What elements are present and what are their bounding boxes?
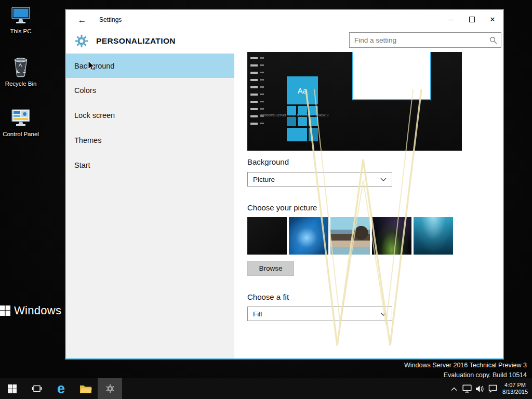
sidebar: Background Colors Lock screen Themes Sta… [66,54,234,358]
settings-taskbar-button[interactable] [98,378,122,399]
wallpaper-thumbnail-5[interactable] [414,217,453,255]
chevron-down-icon [380,178,387,181]
network-icon [462,384,472,393]
wallpaper-thumbnail-1[interactable] [247,217,287,255]
wallpaper-thumbnail-3[interactable] [330,217,370,255]
task-view-button[interactable] [24,378,49,399]
taskbar: e [0,378,532,399]
wallpaper-thumbnail-4[interactable] [372,217,411,255]
sidebar-item-start[interactable]: Start [66,153,234,178]
background-section-label: Background [247,157,289,166]
desktop-icon-label: Recycle Bin [5,81,37,87]
settings-window: ← Settings — ✕ PERSONALIZATI [65,9,504,360]
minimize-button[interactable]: — [441,10,461,29]
system-tray: 4:07 PM 8/13/2015 [447,378,532,399]
choose-fit-label: Choose a fit [247,292,289,301]
sidebar-item-label: Lock screen [74,111,115,119]
volume-icon [475,385,484,393]
edge-taskbar-button[interactable]: e [49,378,73,399]
sidebar-item-colors[interactable]: Colors [66,78,234,103]
network-tray-button[interactable] [460,378,473,399]
recycle-bin-icon [10,54,32,78]
sidebar-item-label: Colors [74,86,96,95]
search-icon[interactable] [489,36,497,44]
file-explorer-icon [79,384,92,394]
close-button[interactable]: ✕ [482,10,503,29]
action-center-button[interactable] [486,378,499,399]
action-center-icon [488,384,497,393]
sidebar-item-label: Background [74,62,114,70]
tray-chevron-button[interactable] [447,378,460,399]
preview-start-menu: Aa [287,76,318,141]
desktop-icon-label: This PC [10,28,32,34]
volume-tray-button[interactable] [473,378,486,399]
background-type-value: Picture [253,176,275,183]
background-type-dropdown[interactable]: Picture [247,172,392,187]
page-title: PERSONALIZATION [96,36,176,46]
desktop-icon-recycle-bin[interactable]: Recycle Bin [1,54,41,87]
choose-picture-label: Choose your picture [247,203,317,212]
titlebar: ← Settings — ✕ [66,10,503,31]
clock-date: 8/13/2015 [502,389,528,396]
taskbar-left: e [0,378,122,399]
desktop-icon-control-panel[interactable]: Control Panel [1,108,41,137]
clock-time: 4:07 PM [502,382,528,389]
start-button[interactable] [0,378,24,399]
background-preview: Windows Server 2016 Technical Preview 3 … [247,52,462,151]
windows-flag-icon [0,305,10,316]
preview-tile-grid [287,106,318,126]
desktop: This PC Recycle Bin Control Panel [0,0,532,399]
search-box [349,32,501,48]
wallpaper-thumbnail-2[interactable] [289,217,328,255]
sidebar-item-label: Start [74,161,90,169]
preview-app-window [352,52,431,100]
chevron-up-icon [450,387,458,391]
preview-desktop-icon-labels [260,57,264,130]
fit-dropdown[interactable]: Fill [247,307,392,321]
preview-aa-tile-label: Aa [298,86,307,95]
settings-gear-icon [75,34,88,48]
taskbar-clock[interactable]: 4:07 PM 8/13/2015 [502,382,528,396]
chevron-down-icon [380,312,387,316]
maximize-icon [469,17,475,22]
desktop-icon-this-pc[interactable]: This PC [1,6,41,34]
preview-aa-tile: Aa [287,76,318,104]
fit-value: Fill [253,310,262,318]
edge-icon: e [57,382,65,396]
caption-buttons: — ✕ [441,10,503,29]
evaluation-watermark-line1: Windows Server 2016 Technical Preview 3 [404,361,527,370]
back-button[interactable]: ← [76,14,88,26]
settings-app-icon [105,384,115,393]
sidebar-item-background[interactable]: Background [66,54,234,78]
sidebar-item-label: Themes [74,136,101,144]
preview-desktop-icons [250,57,258,130]
file-explorer-taskbar-button[interactable] [73,378,98,399]
windows-start-icon [8,384,17,393]
maximize-button[interactable] [461,10,482,29]
evaluation-watermark: Windows Server 2016 Technical Preview 3 … [404,361,527,380]
search-input[interactable] [350,33,501,47]
task-view-icon [32,384,42,393]
browse-button[interactable]: Browse [247,261,294,276]
this-pc-icon [10,6,32,26]
control-panel-icon [10,108,32,129]
window-title: Settings [99,16,122,23]
sidebar-item-themes[interactable]: Themes [66,128,234,153]
desktop-icon-label: Control Panel [3,131,39,137]
preview-tile-row [287,128,318,141]
picture-thumbnails [247,217,453,255]
sidebar-item-lock-screen[interactable]: Lock screen [66,103,234,128]
